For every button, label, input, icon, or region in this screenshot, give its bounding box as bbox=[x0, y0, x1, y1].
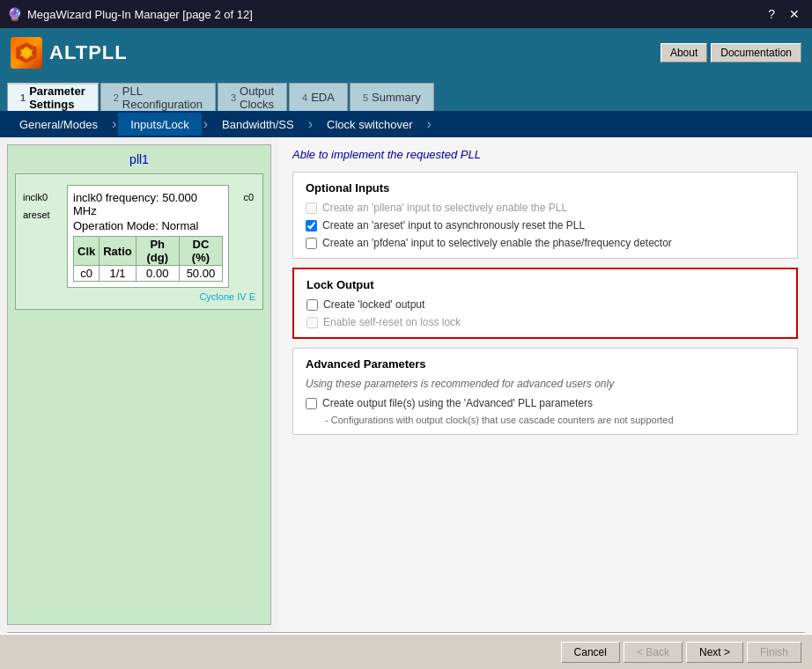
advanced-output-label: Create output file(s) using the 'Advance… bbox=[322, 397, 593, 409]
help-button[interactable]: ? bbox=[763, 5, 780, 23]
window-title: MegaWizard Plug-In Manager [page 2 of 12… bbox=[27, 8, 253, 21]
cascade-note: - Configurations with output clock(s) th… bbox=[325, 415, 785, 425]
option-locked-row: Create 'locked' output bbox=[306, 298, 784, 311]
subtab-inputs-lock[interactable]: Inputs/Lock bbox=[118, 113, 202, 136]
areset-label: areset bbox=[23, 210, 50, 220]
device-label: Cyclone IV E bbox=[23, 291, 255, 302]
lock-output-section: Lock Output Create 'locked' output Enabl… bbox=[292, 268, 798, 339]
areset-label: Create an 'areset' input to asynchronous… bbox=[322, 219, 585, 232]
pll-title: pll1 bbox=[15, 152, 263, 166]
pllena-checkbox[interactable] bbox=[306, 202, 317, 214]
finish-button[interactable]: Finish bbox=[747, 642, 801, 663]
advanced-params-title: Advanced Parameters bbox=[306, 357, 785, 371]
bottom-bar: Cancel < Back Next > Finish bbox=[0, 633, 812, 669]
subtab-arrow-2: › bbox=[203, 116, 208, 132]
self-reset-checkbox[interactable] bbox=[306, 317, 318, 328]
able-text: Able to implement the requested PLL bbox=[292, 148, 798, 161]
option-selfreset-row: Enable self-reset on loss lock bbox=[306, 316, 784, 328]
subtab-clock-switchover[interactable]: Clock switchover bbox=[314, 113, 425, 136]
table-row: c0 1/1 0.00 50.00 bbox=[74, 266, 223, 282]
subtab-arrow-3: › bbox=[308, 116, 313, 132]
inclk0-label: inclk0 bbox=[23, 192, 48, 202]
option-pllena-row: Create an 'pllena' input to selectively … bbox=[306, 202, 785, 214]
documentation-button[interactable]: Documentation bbox=[711, 43, 801, 62]
header: ALTPLL About Documentation bbox=[0, 28, 812, 77]
advanced-params-section: Advanced Parameters Using these paramete… bbox=[292, 348, 798, 435]
pfdena-checkbox[interactable] bbox=[306, 238, 317, 249]
pll-table: Clk Ratio Ph (dg) DC (%) c0 1/1 0.00 bbox=[73, 236, 223, 282]
logo-text: ALTPLL bbox=[49, 41, 128, 64]
close-button[interactable]: ✕ bbox=[784, 5, 805, 23]
tab-eda[interactable]: 4 EDA bbox=[289, 83, 348, 111]
advanced-desc: Using these parameters is recommended fo… bbox=[306, 378, 785, 390]
advanced-output-checkbox[interactable] bbox=[306, 398, 317, 409]
tabs-row: 1 ParameterSettings 2 PLLReconfiguration… bbox=[0, 77, 812, 111]
frequency-info: inclk0 frequency: 50.000 MHz bbox=[73, 191, 223, 217]
right-panel: Able to implement the requested PLL Opti… bbox=[278, 137, 812, 632]
about-button[interactable]: About bbox=[661, 43, 707, 62]
optional-inputs-title: Optional Inputs bbox=[306, 181, 785, 195]
c0-label: c0 bbox=[243, 192, 254, 202]
subtab-bandwidth-ss[interactable]: Bandwidth/SS bbox=[210, 113, 306, 136]
logo-icon bbox=[11, 37, 42, 69]
tab-parameter-settings[interactable]: 1 ParameterSettings bbox=[7, 83, 99, 111]
title-bar: 🔮 MegaWizard Plug-In Manager [page 2 of … bbox=[0, 0, 812, 28]
tab-summary[interactable]: 5 Summary bbox=[350, 83, 434, 111]
optional-inputs-section: Optional Inputs Create an 'pllena' input… bbox=[292, 172, 798, 259]
locked-checkbox[interactable] bbox=[306, 299, 318, 311]
option-areset-row: Create an 'areset' input to asynchronous… bbox=[306, 219, 785, 232]
subtab-arrow-1: › bbox=[112, 116, 116, 132]
cancel-button[interactable]: Cancel bbox=[561, 642, 620, 663]
next-button[interactable]: Next > bbox=[686, 642, 743, 663]
pll-diagram: inclk0 areset c0 inclk0 frequency: 50.00… bbox=[15, 173, 263, 310]
tab-output-clocks[interactable]: 3 OutputClocks bbox=[218, 83, 287, 111]
locked-label: Create 'locked' output bbox=[323, 298, 424, 311]
subtab-general-modes[interactable]: General/Modes bbox=[7, 113, 110, 136]
subtabs-row: General/Modes › Inputs/Lock › Bandwidth/… bbox=[0, 111, 812, 137]
back-button[interactable]: < Back bbox=[624, 642, 683, 663]
pll-info-box: inclk0 frequency: 50.000 MHz Operation M… bbox=[67, 185, 229, 288]
main-content: pll1 inclk0 areset c0 inclk0 frequency: … bbox=[0, 137, 812, 632]
mode-info: Operation Mode: Normal bbox=[73, 219, 223, 232]
pllena-label: Create an 'pllena' input to selectively … bbox=[322, 202, 567, 214]
lock-output-title: Lock Output bbox=[306, 278, 784, 291]
option-pfdena-row: Create an 'pfdena' input to selectively … bbox=[306, 237, 785, 249]
areset-checkbox[interactable] bbox=[306, 220, 317, 232]
tab-pll-reconfiguration[interactable]: 2 PLLReconfiguration bbox=[100, 83, 216, 111]
option-advanced-output-row: Create output file(s) using the 'Advance… bbox=[306, 397, 785, 409]
subtab-arrow-4: › bbox=[427, 116, 432, 132]
self-reset-label: Enable self-reset on loss lock bbox=[323, 316, 461, 328]
app-icon: 🔮 bbox=[7, 7, 22, 21]
left-panel: pll1 inclk0 areset c0 inclk0 frequency: … bbox=[7, 144, 271, 625]
pfdena-label: Create an 'pfdena' input to selectively … bbox=[322, 237, 672, 249]
